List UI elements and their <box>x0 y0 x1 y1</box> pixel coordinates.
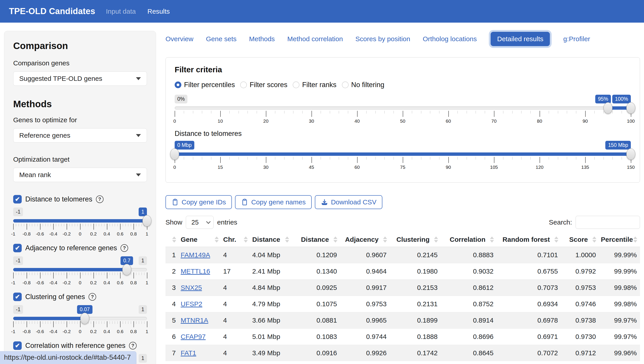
page-size-select[interactable]: 25 <box>186 216 214 229</box>
slider-grid <box>13 321 147 329</box>
checkbox-checked[interactable]: ✔ <box>13 341 22 350</box>
slider-minor-tick <box>284 111 284 113</box>
gene-link[interactable]: METTL16 <box>181 268 210 275</box>
slider-minor-tick <box>75 224 75 226</box>
slider-limit-badge: -1 <box>13 208 23 216</box>
help-icon[interactable]: ? <box>129 342 137 349</box>
slider-minor-tick <box>238 157 239 160</box>
gene-link[interactable]: SNX25 <box>181 284 202 291</box>
cell-rank: 7 <box>166 345 179 361</box>
nav-item-results[interactable]: Results <box>147 8 170 15</box>
slider-minor-tick <box>35 321 35 324</box>
help-icon[interactable]: ? <box>120 244 128 252</box>
column-header-rank[interactable] <box>166 232 179 247</box>
gene-link[interactable]: FAM149A <box>181 251 210 259</box>
column-header-correlation[interactable]: Correlation <box>441 232 497 247</box>
tab-g-profiler[interactable]: g:Profiler <box>563 35 590 43</box>
slider-handle[interactable] <box>122 264 131 275</box>
download-csv-button[interactable]: Download CSV <box>315 195 382 209</box>
sort-asc-icon <box>633 236 637 239</box>
gene-link[interactable]: UFSP2 <box>181 300 202 308</box>
cell-score: 0.9712 <box>561 345 599 361</box>
slider-minor-tick <box>567 157 567 160</box>
radio-no-filtering[interactable]: No filtering <box>342 81 384 89</box>
copy-gene-names-button[interactable]: Copy gene names <box>235 195 312 209</box>
column-header-percentile[interactable]: Percentile <box>599 232 640 247</box>
sort-asc-icon <box>434 236 438 239</box>
slider-track[interactable] <box>175 106 631 110</box>
sidebar: Comparison Comparison genes Suggested TP… <box>4 31 156 364</box>
column-header-distance_mbp[interactable]: Distance <box>250 232 292 247</box>
radio-filter-ranks[interactable]: Filter ranks <box>293 81 336 89</box>
tab-scores-by-position[interactable]: Scores by position <box>355 35 410 43</box>
column-header-score[interactable]: Score <box>561 232 599 247</box>
comparison-genes-select[interactable]: Suggested TPE-OLD genes <box>13 71 147 86</box>
tab-method-correlation[interactable]: Method correlation <box>287 35 343 43</box>
slider-minor-tick <box>48 272 48 275</box>
slider-handle[interactable] <box>80 313 89 324</box>
search-input[interactable] <box>576 216 640 229</box>
genes-to-optimize-select[interactable]: Reference genes <box>13 128 147 143</box>
slider-minor-tick <box>43 321 43 324</box>
help-icon[interactable]: ? <box>96 196 104 203</box>
gene-link[interactable]: MTNR1A <box>181 316 208 324</box>
cell-percentile: 99.97% <box>599 328 640 345</box>
cell-distance: 0.0916 <box>292 345 340 361</box>
slider-minor-tick <box>321 157 321 160</box>
slider-major-tick <box>26 224 27 230</box>
cell-distance_mbp: 5.01 Mbp <box>250 328 292 345</box>
radio-filter-scores[interactable]: Filter scores <box>240 81 287 89</box>
sort-icon <box>490 236 494 242</box>
slider-minor-tick <box>102 272 102 275</box>
slider-minor-tick <box>202 111 202 113</box>
nav-item-input-data[interactable]: Input data <box>106 8 136 15</box>
radio-filter-percentiles[interactable]: Filter percentiles <box>175 81 235 89</box>
tab-ortholog-locations[interactable]: Ortholog locations <box>422 35 477 43</box>
tab-detailed-results[interactable]: Detailed results <box>490 32 550 46</box>
help-icon[interactable]: ? <box>88 293 96 301</box>
cell-distance_mbp: 2.41 Mbp <box>250 263 292 279</box>
slider-minor-tick <box>612 111 613 113</box>
slider-minor-tick <box>339 111 339 113</box>
optimize-label: Genes to optimize for <box>13 116 147 124</box>
column-header-clustering[interactable]: Clustering <box>390 232 441 247</box>
gene-link[interactable]: CFAP97 <box>181 333 206 340</box>
column-header-distance[interactable]: Distance <box>292 232 340 247</box>
cell-clustering: 0.1980 <box>390 263 441 279</box>
checkbox-checked[interactable]: ✔ <box>13 293 22 301</box>
slider-minor-tick <box>330 111 330 113</box>
slider-handle[interactable] <box>626 102 635 114</box>
cell-percentile: 99.98% <box>599 279 640 296</box>
cell-random_forest: 0.6755 <box>497 263 561 279</box>
column-header-gene[interactable]: Gene <box>179 232 222 247</box>
slider-minor-tick <box>50 321 51 324</box>
checkbox-checked[interactable]: ✔ <box>13 244 22 252</box>
column-header-adjacency[interactable]: Adjacency <box>340 232 390 247</box>
slider-minor-tick <box>18 224 19 226</box>
tab-gene-sets[interactable]: Gene sets <box>206 35 236 43</box>
tab-overview[interactable]: Overview <box>166 35 194 43</box>
cell-gene: SNX25 <box>179 279 222 296</box>
slider-handle[interactable] <box>604 102 612 114</box>
column-header-chr[interactable]: Chr. <box>222 232 250 247</box>
cell-correlation: 0.8696 <box>441 328 497 345</box>
slider-minor-tick <box>421 111 421 113</box>
checkbox-checked[interactable]: ✔ <box>13 195 22 204</box>
slider-value-badge: 95% <box>595 95 611 103</box>
app-window: TPE-OLD Candidates Input dataResults Com… <box>0 0 644 364</box>
entries-label: entries <box>217 219 237 226</box>
slider-minor-tick <box>131 272 131 275</box>
tab-methods[interactable]: Methods <box>249 35 275 43</box>
cell-rank: 6 <box>166 328 179 345</box>
gene-link[interactable]: FAT1 <box>181 349 196 356</box>
slider-handle[interactable] <box>170 148 179 160</box>
slider-minor-tick <box>230 111 230 113</box>
copy-gene-ids-button[interactable]: Copy gene IDs <box>166 195 232 209</box>
slider-tick-label: 50 <box>400 118 405 124</box>
slider-handle[interactable] <box>142 215 152 227</box>
optimization-target-select[interactable]: Mean rank <box>13 168 147 182</box>
slider-minor-tick <box>72 321 72 324</box>
column-header-random_forest[interactable]: Random forest <box>497 232 561 247</box>
slider-major-tick <box>120 272 120 278</box>
slider-handle[interactable] <box>626 148 635 160</box>
